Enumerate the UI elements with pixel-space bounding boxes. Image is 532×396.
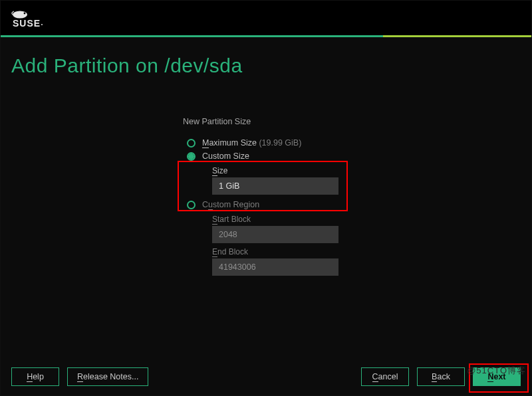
back-button[interactable]: Back xyxy=(417,367,465,386)
radio-icon xyxy=(187,152,196,161)
radio-label: Custom Region xyxy=(202,200,259,209)
start-block-field: Start Block 2048 xyxy=(212,215,521,243)
custom-size-field: Size xyxy=(212,166,521,195)
installer-window: SUSE Add Partition on /dev/sda New Parti… xyxy=(0,0,532,396)
partition-size-form: New Partition Size Maximum Size (19.99 G… xyxy=(183,117,521,276)
svg-text:SUSE: SUSE xyxy=(13,18,41,28)
group-title: New Partition Size xyxy=(183,117,521,126)
radio-maximum-size[interactable]: Maximum Size (19.99 GiB) xyxy=(187,137,521,149)
end-block-label: End Block xyxy=(212,247,521,256)
cancel-button[interactable]: Cancel xyxy=(361,367,409,386)
page-title: Add Partition on /dev/sda xyxy=(11,54,521,77)
footer-right-buttons: Cancel Back Next xyxy=(361,367,521,386)
radio-label: Maximum Size (19.99 GiB) xyxy=(202,138,301,148)
radio-icon xyxy=(187,201,196,209)
release-notes-button[interactable]: Release Notes... xyxy=(67,367,148,386)
radio-custom-region[interactable]: Custom Region xyxy=(187,199,521,211)
footer-bar: Help Release Notes... Cancel Back Next xyxy=(1,358,531,395)
start-block-label: Start Block xyxy=(212,215,521,224)
radio-group: Maximum Size (19.99 GiB) Custom Size Siz… xyxy=(187,137,521,276)
start-block-input[interactable]: 2048 xyxy=(212,226,338,243)
radio-label: Custom Size xyxy=(202,151,249,161)
suse-logo: SUSE xyxy=(10,8,58,28)
size-label: Size xyxy=(212,166,521,175)
footer-left-buttons: Help Release Notes... xyxy=(11,367,148,386)
radio-icon xyxy=(187,139,196,148)
svg-point-0 xyxy=(13,11,27,19)
size-input[interactable] xyxy=(212,177,338,195)
radio-custom-size[interactable]: Custom Size xyxy=(187,150,521,162)
main-content: Add Partition on /dev/sda New Partition … xyxy=(1,37,531,358)
svg-point-1 xyxy=(24,13,26,15)
help-button[interactable]: Help xyxy=(11,367,59,386)
end-block-field: End Block 41943006 xyxy=(212,247,521,276)
svg-point-3 xyxy=(41,24,43,25)
next-button[interactable]: Next xyxy=(473,367,521,386)
end-block-input[interactable]: 41943006 xyxy=(212,258,338,276)
title-bar: SUSE xyxy=(1,1,531,35)
